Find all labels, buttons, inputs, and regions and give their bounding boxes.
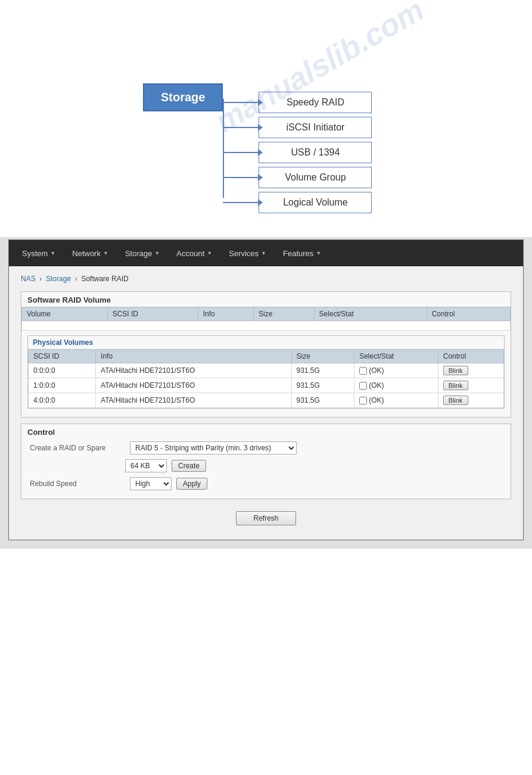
- chunk-create-row: 64 KB 32 KB 128 KB 256 KB Create: [21, 457, 511, 475]
- physical-volumes-section: Physical Volumes SCSI ID Info Size Selec…: [27, 335, 505, 409]
- nav-storage-chevron: ▼: [154, 250, 160, 256]
- tree-node-usb[interactable]: USB / 1394: [259, 142, 372, 163]
- storage-root-box: Storage: [143, 83, 223, 111]
- pv-row-1: 1:0:0:0 ATA/Hitachi HDE72101/ST6O 931.5G…: [29, 378, 504, 393]
- pv-col-info: Info: [96, 350, 291, 363]
- pv-row-2-checkbox[interactable]: [359, 397, 367, 404]
- storage-root-label: Storage: [161, 91, 205, 104]
- chunk-size-select[interactable]: 64 KB 32 KB 128 KB 256 KB: [125, 459, 167, 472]
- pv-row-2-btn-cell: Blink: [438, 393, 503, 408]
- pv-row-2-blink-btn[interactable]: Blink: [443, 396, 468, 405]
- pv-row-1-blink-btn[interactable]: Blink: [443, 381, 468, 390]
- pv-row-1-size: 931.5G: [291, 378, 354, 393]
- nav-services[interactable]: Services ▼: [222, 245, 273, 262]
- create-button[interactable]: Create: [172, 460, 206, 472]
- raid-type-select[interactable]: RAID 5 - Striping with Parity (min. 3 dr…: [130, 441, 297, 455]
- apply-button[interactable]: Apply: [176, 478, 207, 490]
- pv-row-1-info: ATA/Hitachi HDE72101/ST6O: [96, 378, 291, 393]
- pv-row-1-btn-cell: Blink: [438, 378, 503, 393]
- nav-account-chevron: ▼: [207, 250, 212, 256]
- breadcrumb-nas[interactable]: NAS: [21, 275, 36, 283]
- pv-row-2-size: 931.5G: [291, 393, 354, 408]
- refresh-row: Refresh: [21, 505, 511, 528]
- tree-node-speedy-raid[interactable]: Speedy RAID: [259, 92, 372, 113]
- pv-row-0-btn-cell: Blink: [438, 363, 503, 378]
- pv-row-2-stat: (OK): [354, 393, 438, 408]
- pv-row-0: 0:0:0:0 ATA/Hitachi HDE72101/ST6O 931.5G…: [29, 363, 504, 378]
- pv-col-stat: Select/Stat: [354, 350, 438, 363]
- tree-node-logical-volume[interactable]: Logical Volume: [259, 192, 372, 213]
- pv-row-2-info: ATA/Hitachi HDE72101/ST6O: [96, 393, 291, 408]
- pv-row-1-checkbox[interactable]: [359, 382, 367, 390]
- breadcrumb-current: Software RAID: [81, 275, 128, 283]
- software-raid-section: Software RAID Volume Volume SCSI ID Info…: [21, 291, 511, 418]
- navbar: System ▼ Network ▼ Storage ▼ Account ▼ S…: [9, 240, 523, 266]
- pv-row-0-scsi: 0:0:0:0: [29, 363, 96, 378]
- nav-services-chevron: ▼: [261, 250, 266, 256]
- control-section: Control Create a RAID or Spare RAID 5 - …: [21, 424, 511, 499]
- rebuild-speed-row: Rebuild Speed High Medium Low Apply: [21, 475, 511, 493]
- pv-col-size: Size: [291, 350, 354, 363]
- create-raid-label: Create a RAID or Spare: [30, 444, 125, 452]
- col-control: Control: [427, 307, 510, 321]
- tree-node-iscsi[interactable]: iSCSI Initiator: [259, 117, 372, 138]
- control-section-title: Control: [21, 424, 511, 439]
- nav-system[interactable]: System ▼: [15, 245, 63, 262]
- breadcrumb: NAS › Storage › Software RAID: [21, 275, 511, 283]
- pv-row-0-info: ATA/Hitachi HDE72101/ST6O: [96, 363, 291, 378]
- nav-account[interactable]: Account ▼: [169, 245, 219, 262]
- table-row-empty: [22, 321, 511, 331]
- pv-row-1-stat: (OK): [354, 378, 438, 393]
- nav-features-chevron: ▼: [316, 250, 321, 256]
- rebuild-label: Rebuild Speed: [30, 480, 125, 488]
- col-size: Size: [253, 307, 314, 321]
- pv-row-2: 4:0:0:0 ATA/Hitachi HDE72101/ST6O 931.5G…: [29, 393, 504, 408]
- breadcrumb-storage[interactable]: Storage: [46, 275, 71, 283]
- physical-volumes-title: Physical Volumes: [28, 336, 504, 349]
- create-raid-row: Create a RAID or Spare RAID 5 - Striping…: [21, 439, 511, 457]
- pv-col-scsi: SCSI ID: [29, 350, 96, 363]
- tree-node-volume-group[interactable]: Volume Group: [259, 167, 372, 188]
- refresh-button[interactable]: Refresh: [236, 511, 295, 525]
- software-raid-table: Volume SCSI ID Info Size Select/Stat Con…: [21, 307, 511, 331]
- nav-system-chevron: ▼: [50, 250, 55, 256]
- pv-col-ctrl: Control: [438, 350, 503, 363]
- rebuild-speed-select[interactable]: High Medium Low: [130, 477, 172, 490]
- col-scsi-id: SCSI ID: [107, 307, 198, 321]
- pv-row-0-blink-btn[interactable]: Blink: [443, 366, 468, 375]
- col-select-stat: Select/Stat: [314, 307, 427, 321]
- software-raid-title: Software RAID Volume: [21, 292, 511, 307]
- pv-row-2-scsi: 4:0:0:0: [29, 393, 96, 408]
- pv-row-0-size: 931.5G: [291, 363, 354, 378]
- pv-row-0-stat: (OK): [354, 363, 438, 378]
- col-info: Info: [198, 307, 253, 321]
- nav-features[interactable]: Features ▼: [276, 245, 328, 262]
- pv-row-1-scsi: 1:0:0:0: [29, 378, 96, 393]
- physical-volumes-table: SCSI ID Info Size Select/Stat Control 0:…: [28, 349, 504, 408]
- nav-network-chevron: ▼: [103, 250, 108, 256]
- pv-row-0-checkbox[interactable]: [359, 367, 367, 375]
- nav-storage[interactable]: Storage ▼: [118, 245, 167, 262]
- nav-network[interactable]: Network ▼: [65, 245, 116, 262]
- col-volume: Volume: [22, 307, 108, 321]
